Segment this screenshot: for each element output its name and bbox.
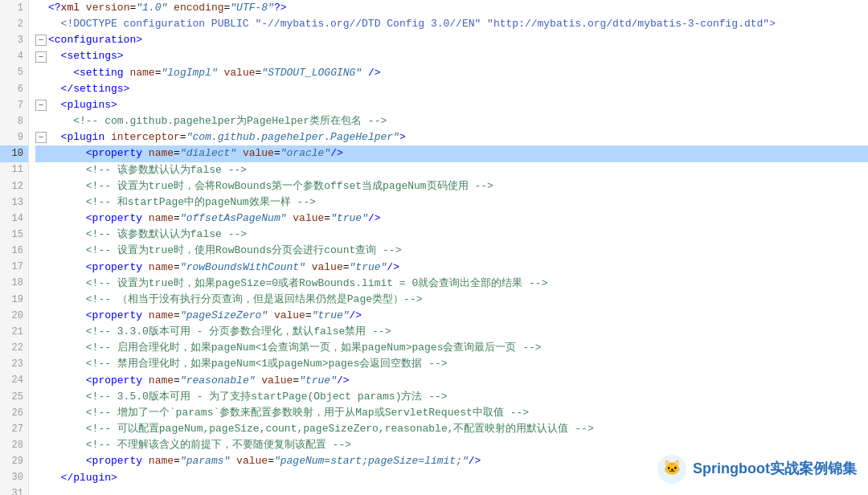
code-line-8: <!-- com.github.pagehelper为PageHelper类所在… [35,113,868,129]
fold-icon-3[interactable]: − [35,35,47,46]
token-plain [305,260,312,276]
token-plain [48,421,86,437]
token-plain [230,453,236,469]
token-attr-name: name [149,145,174,162]
token-comment: <!-- 禁用合理化时，如果pageNum<1或pageNum>pages会返回… [86,356,448,372]
token-attr-val: "logImpl" [161,65,217,81]
line-number-20: 20 [0,308,28,324]
fold-icon-7[interactable]: − [35,100,47,111]
token-plain [256,373,262,389]
token-plain [48,470,61,486]
code-line-6: </settings> [35,81,868,97]
token-attr-name: name [129,65,154,81]
token-plain [48,308,86,324]
token-attr-val: "pageSizeZero" [180,308,268,324]
token-plain [142,453,149,469]
token-plain [48,292,86,308]
token-plain [48,81,61,97]
token-attr-val: "offsetAsPageNum" [180,211,287,227]
token-tag: /> [350,308,362,324]
line-number-11: 11 [0,162,28,178]
code-line-18: <!-- 设置为true时，如果pageSize=0或者RowBounds.li… [35,276,868,292]
line-number-26: 26 [0,405,28,421]
token-comment: <!-- 设置为true时，会将RowBounds第一个参数offset当成pa… [86,178,493,194]
token-attr-name: value [236,453,268,469]
token-comment: <!-- 不理解该含义的前提下，不要随便复制该配置 --> [86,437,351,453]
token-plain [48,65,73,81]
token-plain [142,260,149,276]
code-line-26: <!-- 增加了一个`params`参数来配置参数映射，用于从Map或Servl… [35,405,868,421]
token-plain: = [224,0,231,16]
code-line-23: <!-- 禁用合理化时，如果pageNum<1或pageNum>pages会返回… [35,356,868,372]
token-comment: <!-- （相当于没有执行分页查询，但是返回结果仍然是Page类型）--> [86,292,423,308]
token-attr-name: name [149,260,174,276]
code-line-1: <?xml version="1.0" encoding="UTF-8"?> [35,0,868,16]
token-plain [48,227,86,243]
fold-icon-9[interactable]: − [35,132,47,143]
token-plain [48,373,86,389]
code-line-3: −<configuration> [35,32,868,48]
token-plain [48,97,61,113]
token-punct: ?> [274,0,287,16]
token-comment: <!-- 和startPage中的pageNum效果一样 --> [86,194,316,211]
code-line-16: <!-- 设置为true时，使用RowBounds分页会进行count查询 --… [35,243,868,259]
token-plain: = [174,145,180,162]
token-plain [48,16,61,32]
token-attr-name: value [261,373,293,389]
line-number-9: 9 [0,129,28,145]
token-plain [48,260,86,276]
line-number-7: 7 [0,97,28,113]
token-attr-val: "com.github.pagehelper.PageHelper" [186,129,399,145]
token-comment: <!-- 设置为true时，使用RowBounds分页会进行count查询 --… [86,243,402,259]
line-number-25: 25 [0,389,28,405]
token-comment: <!-- 可以配置pageNum,pageSize,count,pageSize… [86,421,594,437]
code-line-13: <!-- 和startPage中的pageNum效果一样 --> [35,194,868,211]
token-attr-val: "UTF-8" [230,0,274,16]
token-tag: /> [387,260,399,276]
code-line-2: <!DOCTYPE configuration PUBLIC "-//mybat… [35,16,868,32]
line-number-31: 31 [0,486,28,495]
token-tag: <plugin [61,129,105,145]
token-tag: /> [330,145,343,162]
token-attr-val: "params" [180,453,230,469]
code-line-4: − <settings> [35,48,868,64]
token-plain [142,211,149,227]
line-number-2: 2 [0,16,28,32]
code-line-14: <property name="offsetAsPageNum" value="… [35,211,868,227]
token-attr-name: value [293,211,324,227]
line-number-14: 14 [0,211,28,227]
code-line-9: − <plugin interceptor="com.github.pagehe… [35,129,868,145]
line-number-16: 16 [0,243,28,259]
token-attr-name: value [274,308,305,324]
code-line-31 [35,486,868,495]
token-plain [167,0,174,16]
token-tag: <property [86,211,142,227]
token-tag: <property [86,373,142,389]
token-attr-name: value [243,145,274,162]
token-plain: = [174,308,180,324]
token-attr-val: "dialect" [180,145,236,162]
code-line-19: <!-- （相当于没有执行分页查询，但是返回结果仍然是Page类型）--> [35,292,868,308]
token-tag: /> [337,373,350,389]
token-plain [48,405,86,421]
token-tag: /> [368,211,381,227]
token-tag: </settings> [61,81,130,97]
line-number-21: 21 [0,324,28,340]
token-attr-name: interceptor [111,129,180,145]
token-attr-name: name [149,308,174,324]
token-tag: /> [368,65,381,81]
watermark-text: Springboot实战案例锦集 [693,458,857,481]
token-tag: <setting [73,65,123,81]
code-area: 1234567891011121314151617181920212223242… [0,0,868,495]
token-attr-val: "rowBoundsWithCount" [180,260,305,276]
line-number-8: 8 [0,113,28,129]
token-plain [124,65,130,81]
token-tag: <settings> [61,48,124,64]
token-plain [48,356,86,372]
fold-icon-4[interactable]: − [35,51,47,63]
code-line-25: <!-- 3.5.0版本可用 - 为了支持startPage(Object pa… [35,389,868,405]
line-number-4: 4 [0,48,28,64]
line-number-29: 29 [0,453,28,469]
watermark: 🐱 Springboot实战案例锦集 [657,455,857,484]
code-line-17: <property name="rowBoundsWithCount" valu… [35,260,868,276]
